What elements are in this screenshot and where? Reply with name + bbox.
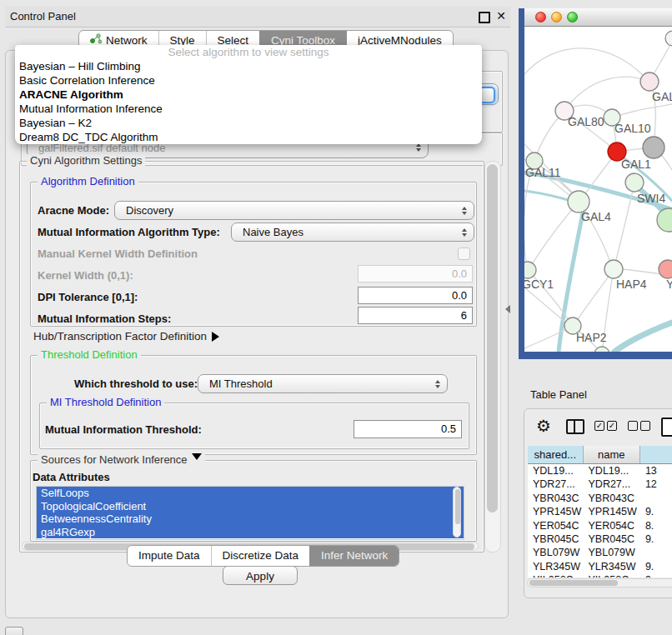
table-row[interactable]: YIL052CYIL052C9 xyxy=(528,573,672,578)
manual-kernel-checkbox[interactable] xyxy=(458,248,470,260)
network-view-window[interactable]: GALGAL80GAL10GAL1GAL11SWI4GAL4GCY1HAP4YH… xyxy=(519,8,672,359)
mi-steps-field[interactable]: 6 xyxy=(358,307,473,324)
network-node-label: GCY1 xyxy=(524,278,554,291)
mi-type-label: Mutual Information Algorithm Type: xyxy=(38,226,220,238)
attribute-item-topologicalcoefficient[interactable]: TopologicalCoefficient xyxy=(37,500,464,513)
attribute-item-selfloops[interactable]: SelfLoops xyxy=(37,487,464,500)
table-row[interactable]: YLR345WYLR345W9. xyxy=(528,560,672,573)
sources-title-text: Sources for Network Inference xyxy=(41,453,188,466)
algorithm-option-basic-correlation-inference[interactable]: Basic Correlation Inference xyxy=(15,73,482,88)
table-body: YDL19...YDL19...13YDR27...YDR27...12YBR0… xyxy=(528,464,672,578)
network-edge[interactable] xyxy=(614,322,672,352)
table-row[interactable]: YDL19...YDL19...13 xyxy=(528,464,672,478)
control-panel-titlebar[interactable]: Control Panel ✕ xyxy=(5,7,510,28)
network-canvas[interactable]: GALGAL80GAL10GAL1GAL11SWI4GAL4GCY1HAP4YH… xyxy=(524,27,672,352)
table-cell xyxy=(640,546,672,559)
algorithm-option-mutual-information-inference[interactable]: Mutual Information Inference xyxy=(15,102,482,116)
network-node[interactable] xyxy=(657,208,672,232)
network-node-label: GAL10 xyxy=(614,122,651,135)
network-node[interactable] xyxy=(643,137,664,158)
mi-type-combo[interactable]: Naive Bayes xyxy=(231,222,474,242)
checkbox-unchecked-icon[interactable] xyxy=(628,421,638,431)
network-node-swi4[interactable] xyxy=(625,173,644,192)
table-cell: YBL079W xyxy=(528,546,584,559)
network-edge[interactable] xyxy=(575,269,614,323)
network-node[interactable] xyxy=(665,31,672,46)
page-title: Control Panel xyxy=(10,10,76,22)
table-cell: 12 xyxy=(640,478,672,491)
table-row[interactable]: YDR27...YDR27...12 xyxy=(528,478,672,491)
algorithm-option-dream8-dc-tdc-algorithm[interactable]: Dream8 DC_TDC Algorithm xyxy=(15,130,482,144)
close-window-icon[interactable]: ✕ xyxy=(496,9,506,22)
algorithm-option-bayesian-hill-climbing[interactable]: Bayesian – Hill Climbing xyxy=(15,59,482,73)
cyni-settings-title: Cyni Algorithm Settings xyxy=(27,154,145,167)
column-header-shared[interactable]: shared... xyxy=(528,446,584,463)
table-hscrollbar-thumb[interactable] xyxy=(529,580,618,586)
network-edge[interactable] xyxy=(529,202,579,268)
attributes-scrollbar-thumb[interactable] xyxy=(455,489,460,524)
which-threshold-combo[interactable]: MI Threshold xyxy=(198,374,448,393)
table-row[interactable]: YER054CYER054C8. xyxy=(528,519,672,532)
close-traffic-light-icon[interactable] xyxy=(535,12,546,22)
algorithm-option-aracne-algorithm[interactable]: ARACNE Algorithm xyxy=(15,88,482,102)
hub-definition-toggle[interactable]: Hub/Transcription Factor Definition xyxy=(33,330,224,342)
network-node-gal[interactable] xyxy=(640,72,659,91)
tab-impute-data[interactable]: Impute Data xyxy=(128,546,211,566)
attributes-scrollbar[interactable] xyxy=(453,487,461,538)
cyni-mode-tab-bar: Impute DataDiscretize DataInfer Network xyxy=(127,545,399,567)
table-cell: YBR045C xyxy=(528,532,584,546)
tab-infer-network[interactable]: Infer Network xyxy=(309,546,399,566)
sources-groupbox: Sources for Network Inference Data Attri… xyxy=(30,460,477,542)
apply-button[interactable]: Apply xyxy=(223,566,298,585)
table-row[interactable]: YBR045CYBR045C9. xyxy=(528,532,672,546)
network-edge[interactable] xyxy=(524,288,568,324)
aracne-mode-label: Aracne Mode: xyxy=(38,204,109,217)
algorithm-definition-groupbox: Algorithm Definition Aracne Mode: Discov… xyxy=(30,182,477,327)
network-node-y[interactable] xyxy=(659,260,672,278)
screen: { "icons": {"close": "✕", "gear": "⚙", "… xyxy=(0,0,672,635)
table-cell: YDL19... xyxy=(528,464,584,478)
table-cell: YIL052C xyxy=(528,573,584,578)
document-icon[interactable] xyxy=(661,418,672,437)
network-node-label: GAL80 xyxy=(568,115,604,128)
attribute-item-betweennesscentrality[interactable]: BetweennessCentrality xyxy=(37,512,464,526)
aracne-mode-combo[interactable]: Discovery xyxy=(114,201,474,220)
control-panel-window: Control Panel ✕ NetworkStyleSelectCyni T… xyxy=(5,7,510,618)
algorithm-option-bayesian-k2[interactable]: Bayesian – K2 xyxy=(15,116,482,130)
settings-vscrollbar[interactable] xyxy=(484,161,501,552)
dpi-tolerance-field[interactable]: 0.0 xyxy=(358,287,473,304)
threshold-definition-title: Threshold Definition xyxy=(38,348,141,361)
tab-discretize-data[interactable]: Discretize Data xyxy=(211,546,310,566)
mi-threshold-groupbox: MI Threshold Definition Mutual Informati… xyxy=(39,402,469,449)
gear-icon[interactable]: ⚙ xyxy=(536,416,551,436)
panel-splitter-arrow-icon[interactable] xyxy=(501,305,510,313)
settings-vscrollbar-thumb[interactable] xyxy=(487,164,498,512)
tab-label: Infer Network xyxy=(321,546,388,566)
table-cell: YDL19... xyxy=(584,464,640,478)
table-hscrollbar[interactable] xyxy=(527,578,672,588)
mi-type-value: Naive Bayes xyxy=(243,226,303,238)
checkbox-checked-icon[interactable]: ✓ xyxy=(594,421,604,431)
split-columns-icon[interactable] xyxy=(566,419,584,434)
table-row[interactable]: YPR145WYPR145W9. xyxy=(528,505,672,518)
column-header-cut[interactable] xyxy=(640,446,672,463)
checkbox-checked-icon[interactable]: ✓ xyxy=(607,421,617,431)
which-threshold-label: Which threshold to use: xyxy=(74,378,198,390)
mi-threshold-field[interactable]: 0.5 xyxy=(354,420,462,438)
minimize-traffic-light-icon[interactable] xyxy=(551,12,562,22)
kernel-width-field[interactable]: 0.0 xyxy=(358,265,473,282)
network-canvas-area[interactable]: GALGAL80GAL10GAL1GAL11SWI4GAL4GCY1HAP4YH… xyxy=(524,27,672,352)
table-row[interactable]: YBR043CYBR043C xyxy=(528,492,672,505)
network-edge[interactable] xyxy=(612,104,672,118)
column-header-name[interactable]: name xyxy=(584,446,640,463)
checkbox-unchecked-icon[interactable] xyxy=(640,421,650,431)
network-node-hap4[interactable] xyxy=(604,260,623,278)
collapsed-panel-button[interactable] xyxy=(5,627,23,635)
zoom-traffic-light-icon[interactable] xyxy=(567,12,578,22)
network-node-gcy1[interactable] xyxy=(524,262,536,278)
network-node-label: GAL11 xyxy=(525,166,561,179)
attribute-item-gal4rgexp[interactable]: gal4RGexp xyxy=(37,526,464,539)
float-window-icon[interactable] xyxy=(479,12,490,23)
network-window-titlebar[interactable] xyxy=(524,8,672,27)
table-row[interactable]: YBL079WYBL079W xyxy=(528,546,672,559)
